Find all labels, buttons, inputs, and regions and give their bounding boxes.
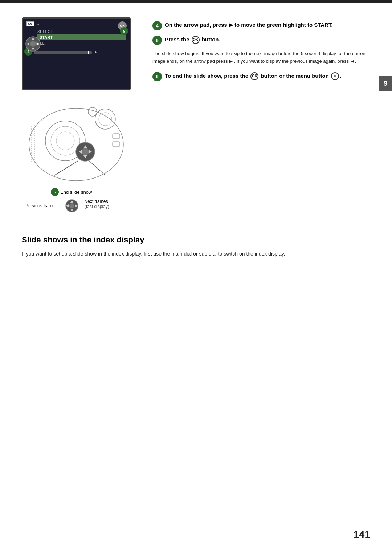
svg-rect-14 <box>113 142 120 147</box>
step5-desc: The slide show begins. If you want to sk… <box>152 50 370 65</box>
svg-line-24 <box>54 161 78 175</box>
screen-arrow: → <box>36 22 40 26</box>
svg-point-26 <box>69 203 74 208</box>
ok-button-icon2: OK <box>250 72 258 80</box>
screen-arrow-pad <box>25 36 41 53</box>
left-column: 5M → SELECT START ALL - <box>22 17 138 213</box>
previous-frame-label: Previous frame <box>25 203 55 208</box>
svg-point-18 <box>82 148 89 155</box>
fast-display-label: (fast display) <box>85 204 109 209</box>
svg-point-6 <box>29 108 123 181</box>
frame-annotations: Previous frame → Next frames (fast displ… <box>22 199 138 213</box>
section-body: If you want to set up a slide show in th… <box>22 250 370 258</box>
slider-indicator <box>88 51 89 54</box>
screen-slider-area: - + <box>30 50 126 55</box>
screen-menu-area: SELECT START ALL <box>37 29 126 46</box>
svg-point-8 <box>51 126 80 155</box>
camera-body-svg <box>22 97 131 192</box>
camera-screen: 5M → SELECT START ALL - <box>22 17 131 90</box>
screen-row-all: ALL <box>37 40 126 46</box>
screen-5m-icon: 5M <box>26 21 34 26</box>
main-layout: 5M → SELECT START ALL - <box>22 17 370 213</box>
screen-step5-badge: 5 <box>120 27 128 35</box>
right-column: 4 On the arrow pad, press ▶ to move the … <box>152 17 370 213</box>
svg-point-1 <box>30 41 36 47</box>
slider-bar <box>34 51 92 54</box>
step5-text: Press the OK button. <box>165 36 370 44</box>
step4-badge: 4 <box>152 21 162 30</box>
step4-text: On the arrow pad, press ▶ to move the gr… <box>165 21 370 29</box>
slider-plus-icon: + <box>94 50 97 55</box>
next-frames-label: Next frames <box>85 199 109 204</box>
svg-point-10 <box>95 109 115 129</box>
page-number: 141 <box>353 529 370 540</box>
page-content: 9 5M → SELECT START ALL <box>0 3 392 555</box>
ok-button-icon: OK <box>192 36 200 44</box>
top-bar <box>0 0 392 3</box>
next-frames-annotation: Next frames (fast display) <box>85 199 109 209</box>
step5-badge: 5 <box>152 36 162 45</box>
step-4-row: 4 On the arrow pad, press ▶ to move the … <box>152 21 370 30</box>
tab-number: 9 <box>379 76 392 91</box>
screen-row-select: SELECT <box>37 29 126 34</box>
step-6-row: 6 To end the slide show, press the OK bu… <box>152 72 370 81</box>
svg-rect-13 <box>113 134 120 139</box>
arrow-right-annotation: → <box>57 203 63 209</box>
camera-body-area <box>22 97 131 184</box>
menu-button-icon: ≡ <box>331 72 339 80</box>
svg-point-12 <box>88 107 97 116</box>
screen-row-start: START <box>37 34 126 40</box>
step6-text: To end the slide show, press the OK butt… <box>165 72 370 80</box>
step-5-row: 5 Press the OK button. <box>152 36 370 45</box>
svg-line-23 <box>87 159 105 175</box>
svg-point-9 <box>56 132 74 150</box>
previous-frame-annotation: Previous frame → <box>25 199 79 213</box>
section-heading: Slide shows in the index display <box>22 235 370 245</box>
small-arrow-pad <box>65 199 79 213</box>
step6-badge: 6 <box>152 72 162 81</box>
section-divider <box>22 224 370 224</box>
